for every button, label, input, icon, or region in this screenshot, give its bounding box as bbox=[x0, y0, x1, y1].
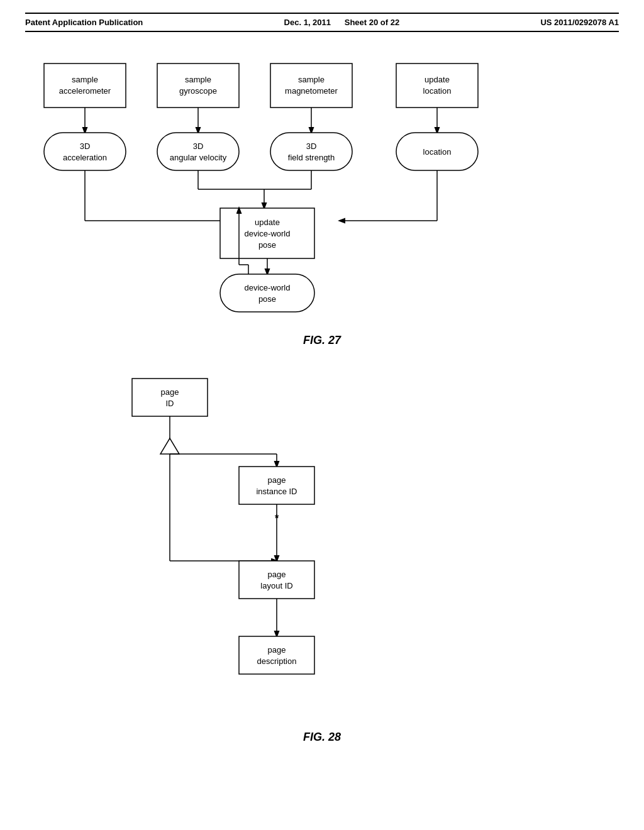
svg-text:layout ID: layout ID bbox=[260, 581, 292, 590]
date-and-sheet: Dec. 1, 2011 Sheet 20 of 22 bbox=[284, 18, 400, 27]
svg-text:field strength: field strength bbox=[288, 153, 335, 162]
svg-text:location: location bbox=[423, 147, 452, 157]
page: Patent Application Publication Dec. 1, 2… bbox=[0, 0, 644, 830]
svg-rect-22 bbox=[270, 133, 352, 170]
svg-text:pose: pose bbox=[258, 240, 276, 250]
svg-rect-56 bbox=[239, 467, 314, 504]
svg-rect-6 bbox=[270, 64, 352, 108]
svg-text:3D: 3D bbox=[80, 141, 91, 151]
svg-text:gyroscope: gyroscope bbox=[179, 86, 217, 96]
svg-rect-65 bbox=[239, 636, 314, 674]
svg-text:sample: sample bbox=[185, 75, 211, 84]
svg-text:location: location bbox=[423, 86, 452, 96]
svg-text:angular velocity: angular velocity bbox=[170, 153, 227, 162]
fig27-label: FIG. 27 bbox=[25, 334, 619, 347]
fig28-diagram: page ID page instance ID * bbox=[25, 366, 619, 718]
fig28-label: FIG. 28 bbox=[25, 731, 619, 744]
svg-rect-16 bbox=[44, 133, 126, 170]
date-label: Dec. 1, 2011 bbox=[284, 18, 331, 27]
svg-rect-0 bbox=[44, 64, 126, 108]
publication-label: Patent Application Publication bbox=[25, 18, 143, 27]
svg-text:instance ID: instance ID bbox=[256, 487, 297, 496]
svg-text:device-world: device-world bbox=[245, 229, 291, 238]
fig27-diagram: sample accelerometer sample gyroscope sa… bbox=[25, 51, 619, 321]
svg-text:3D: 3D bbox=[193, 141, 204, 151]
svg-rect-61 bbox=[239, 561, 314, 599]
patent-number-label: US 2011/0292078 A1 bbox=[540, 18, 619, 27]
page-header: Patent Application Publication Dec. 1, 2… bbox=[25, 13, 619, 32]
svg-text:sample: sample bbox=[72, 75, 98, 84]
sheet-label: Sheet 20 of 22 bbox=[345, 18, 399, 27]
fig28-svg: page ID page instance ID * bbox=[25, 366, 616, 718]
svg-text:page: page bbox=[268, 475, 286, 485]
svg-marker-51 bbox=[160, 438, 179, 454]
svg-rect-19 bbox=[157, 133, 239, 170]
svg-text:description: description bbox=[257, 656, 297, 666]
svg-text:acceleration: acceleration bbox=[63, 153, 107, 162]
svg-text:accelerometer: accelerometer bbox=[59, 86, 111, 96]
svg-text:page: page bbox=[268, 645, 286, 655]
fig27-svg: sample accelerometer sample gyroscope sa… bbox=[25, 51, 616, 321]
svg-rect-47 bbox=[132, 379, 208, 416]
svg-rect-9 bbox=[396, 64, 478, 108]
svg-text:ID: ID bbox=[166, 399, 174, 408]
svg-text:update: update bbox=[425, 75, 450, 84]
svg-text:device-world: device-world bbox=[245, 283, 291, 292]
svg-text:3D: 3D bbox=[306, 141, 317, 151]
svg-rect-44 bbox=[220, 274, 314, 312]
svg-text:page: page bbox=[268, 570, 286, 579]
svg-text:pose: pose bbox=[258, 294, 276, 304]
svg-text:sample: sample bbox=[298, 75, 325, 84]
svg-rect-3 bbox=[157, 64, 239, 108]
svg-text:update: update bbox=[255, 218, 280, 227]
svg-text:page: page bbox=[161, 387, 179, 397]
svg-text:magnetometer: magnetometer bbox=[285, 86, 338, 96]
